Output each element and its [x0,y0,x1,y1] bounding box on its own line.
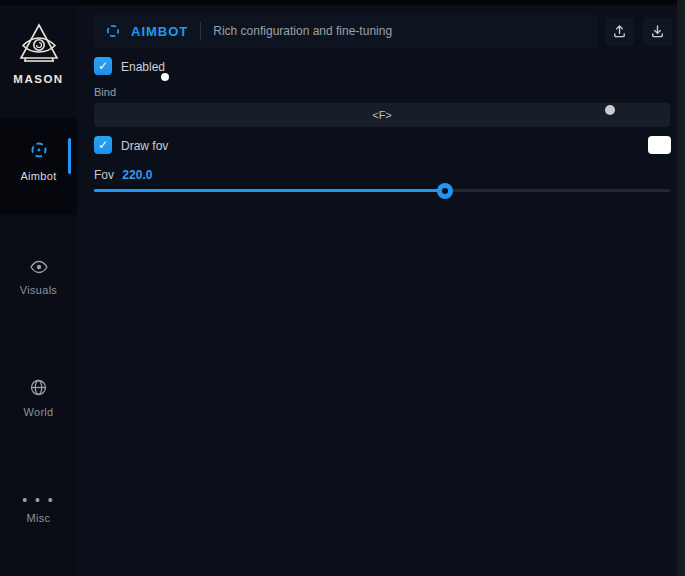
window-top-edge [0,0,685,5]
page-header: AIMBOT Rich configuration and fine-tunin… [93,14,598,48]
bind-key-value: <F> [372,109,392,121]
sidebar-item-label: Visuals [0,284,77,296]
active-item-indicator [68,138,71,174]
bind-label: Bind [94,86,116,98]
window-right-edge [677,0,685,576]
fov-label: Fov [94,168,114,182]
sidebar: MASON Aimbot Visuals World [0,5,77,576]
fov-slider-handle[interactable] [437,183,453,199]
fov-value-line: Fov 220.0 [94,168,152,182]
draw-fov-label: Draw fov [121,139,168,153]
crosshair-icon [105,23,121,39]
upload-icon [612,24,627,39]
app-logo: MASON [0,21,77,85]
page-title: AIMBOT [131,24,188,39]
checkmark-icon: ✓ [98,138,108,152]
export-config-button[interactable] [605,17,634,46]
globe-icon [30,379,47,400]
sidebar-item-label: World [0,406,77,418]
pyramid-eye-logo-icon [0,21,77,69]
enabled-label: Enabled [121,60,165,74]
sidebar-item-visuals[interactable]: Visuals [0,260,77,310]
enabled-checkbox[interactable]: ✓ [94,57,112,75]
sidebar-item-misc[interactable]: • • • Misc [0,495,77,545]
eye-icon [30,260,48,278]
sidebar-item-label: Aimbot [0,170,77,182]
fov-value: 220.0 [122,168,152,182]
mouse-cursor-dot [161,73,169,81]
header-divider [200,22,201,40]
sidebar-item-label: Misc [0,512,77,524]
bind-input-dot [605,105,615,115]
download-icon [650,24,665,39]
fov-color-swatch[interactable] [648,136,671,154]
fov-slider[interactable] [94,189,670,192]
fov-slider-fill [94,189,445,192]
bind-key-input[interactable]: <F> [94,103,670,127]
checkmark-icon: ✓ [98,59,108,73]
crosshair-icon [29,140,49,164]
sidebar-item-aimbot[interactable]: Aimbot [0,118,77,215]
sidebar-item-world[interactable]: World [0,379,77,429]
page-subtitle: Rich configuration and fine-tuning [213,24,392,38]
draw-fov-checkbox[interactable]: ✓ [94,136,112,154]
ellipsis-icon: • • • [0,495,77,505]
import-config-button[interactable] [643,17,672,46]
app-logo-text: MASON [0,73,77,85]
